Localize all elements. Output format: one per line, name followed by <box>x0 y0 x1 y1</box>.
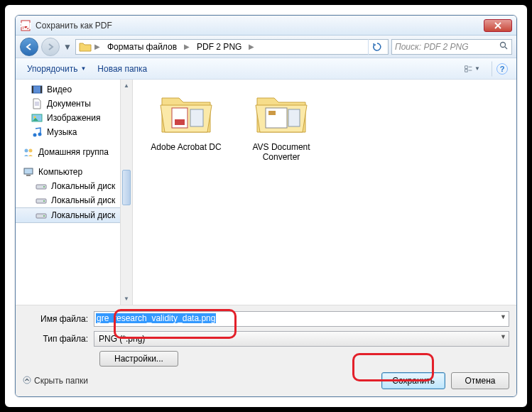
chevron-down-icon: ▼ <box>474 65 480 72</box>
svg-rect-24 <box>175 119 185 125</box>
pdf-app-icon: PDF <box>20 20 31 31</box>
toolbar: Упорядочить ▼ Новая папка ▼ ? <box>16 58 516 80</box>
search-placeholder: Поиск: PDF 2 PNG <box>395 42 469 52</box>
sidebar-item-drive[interactable]: Локальный диск <box>16 179 132 193</box>
forward-button[interactable] <box>41 38 60 56</box>
filetype-label: Тип файла: <box>23 334 94 344</box>
svg-point-13 <box>25 149 28 153</box>
organize-menu[interactable]: Упорядочить ▼ <box>21 61 92 77</box>
video-icon <box>31 84 43 95</box>
drive-icon <box>36 195 47 206</box>
filename-input[interactable]: gre_research_validity_data.png <box>94 311 509 327</box>
svg-rect-5 <box>465 69 467 71</box>
window-title: Сохранить как PDF <box>36 21 484 31</box>
sidebar-item-pictures[interactable]: Изображения <box>16 111 132 125</box>
homegroup-icon <box>23 146 34 158</box>
svg-rect-15 <box>24 168 33 174</box>
svg-point-3 <box>501 42 506 47</box>
svg-point-22 <box>43 215 45 217</box>
titlebar: PDF Сохранить как PDF <box>16 16 516 36</box>
settings-button[interactable]: Настройки... <box>99 351 178 367</box>
breadcrumb[interactable]: ▶ Форматы файлов ▶ PDF 2 PNG ▶ <box>75 39 389 55</box>
search-icon <box>499 41 509 53</box>
document-icon <box>31 98 43 109</box>
svg-rect-8 <box>40 86 42 93</box>
folder-label: AVS Document Converter <box>242 142 320 163</box>
svg-rect-7 <box>32 86 33 93</box>
arrow-left-icon <box>25 43 33 51</box>
save-controls: Имя файла: gre_research_validity_data.pn… <box>16 305 516 396</box>
breadcrumb-segment[interactable]: PDF 2 PNG <box>192 40 246 53</box>
close-icon <box>494 22 501 29</box>
scroll-down-icon[interactable]: ▼ <box>121 293 132 305</box>
sidebar-item-video[interactable]: Видео <box>16 82 132 97</box>
refresh-icon <box>372 42 382 52</box>
arrow-right-icon <box>46 43 55 51</box>
back-button[interactable] <box>20 38 38 56</box>
svg-rect-27 <box>268 111 276 115</box>
navbar: ▼ ▶ Форматы файлов ▶ PDF 2 PNG ▶ Поиск: … <box>16 36 516 58</box>
svg-point-14 <box>29 149 33 153</box>
svg-point-12 <box>38 133 42 136</box>
music-icon <box>31 126 43 138</box>
scrollbar-thumb[interactable] <box>122 170 131 205</box>
folder-icon <box>158 88 215 138</box>
svg-rect-4 <box>465 65 467 67</box>
svg-rect-28 <box>288 109 300 126</box>
filename-label: Имя файла: <box>23 314 94 324</box>
svg-point-29 <box>23 376 31 384</box>
sidebar-item-drive[interactable]: Локальный диск <box>16 193 132 207</box>
help-icon: ? <box>496 63 508 75</box>
new-folder-button[interactable]: Новая папка <box>92 61 153 77</box>
folder-item[interactable]: Adobe Acrobat DC <box>147 88 225 152</box>
scroll-up-icon[interactable]: ▲ <box>121 80 132 92</box>
chevron-right-icon: ▶ <box>247 43 256 50</box>
search-input[interactable]: Поиск: PDF 2 PNG <box>391 39 512 55</box>
folder-contents[interactable]: Adobe Acrobat DC AVS Document Converter <box>133 80 516 305</box>
svg-rect-25 <box>190 109 203 126</box>
breadcrumb-segment[interactable]: Форматы файлов <box>103 40 181 53</box>
folder-item[interactable]: AVS Document Converter <box>242 88 320 163</box>
close-button[interactable] <box>484 19 512 32</box>
help-button[interactable]: ? <box>494 61 511 77</box>
svg-rect-6 <box>32 86 42 93</box>
svg-point-18 <box>43 186 45 188</box>
svg-point-11 <box>33 134 37 137</box>
sidebar-item-music[interactable]: Музыка <box>16 125 132 139</box>
folder-icon <box>253 88 310 138</box>
refresh-button[interactable] <box>368 39 385 55</box>
sidebar-scrollbar[interactable]: ▲ ▼ <box>120 80 132 305</box>
chevron-down-icon: ▼ <box>80 65 86 72</box>
cancel-button[interactable]: Отмена <box>451 372 509 389</box>
chevron-right-icon: ▶ <box>93 43 102 50</box>
chevron-right-icon: ▶ <box>183 43 191 50</box>
chevron-up-icon <box>23 376 31 386</box>
svg-text:PDF: PDF <box>20 21 31 31</box>
sidebar-item-documents[interactable]: Документы <box>16 97 132 111</box>
navigation-pane: Видео Документы Изображения Музыка <box>16 80 133 305</box>
folder-icon <box>79 40 92 53</box>
view-mode-button[interactable]: ▼ <box>464 61 492 77</box>
sidebar-item-homegroup[interactable]: Домашняя группа <box>16 145 132 159</box>
folder-label: Adobe Acrobat DC <box>147 142 225 152</box>
sidebar-item-computer[interactable]: Компьютер <box>16 165 132 179</box>
view-icon <box>465 64 472 74</box>
picture-icon <box>31 112 43 124</box>
save-button[interactable]: Сохранить <box>381 372 445 389</box>
svg-point-20 <box>43 200 45 202</box>
drive-icon <box>36 180 47 192</box>
sidebar-item-drive[interactable]: Локальный диск <box>16 207 132 223</box>
svg-rect-16 <box>26 175 31 176</box>
main-area: Видео Документы Изображения Музыка <box>16 80 516 305</box>
hide-folders-toggle[interactable]: Скрыть папки <box>23 376 88 386</box>
computer-icon <box>23 166 34 178</box>
drive-icon <box>36 210 47 221</box>
nav-history-dropdown[interactable]: ▼ <box>63 38 72 56</box>
filetype-select[interactable]: PNG (*.png) <box>94 331 509 347</box>
